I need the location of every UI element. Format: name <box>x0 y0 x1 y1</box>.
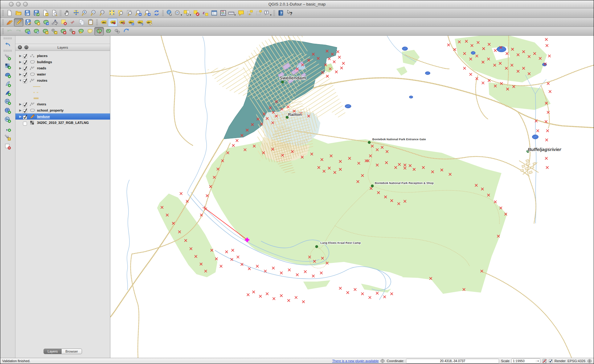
scale-combo[interactable]: 1:19950 ▼ <box>511 358 540 363</box>
pan-to-selection-button[interactable] <box>72 9 80 17</box>
layer-checkbox[interactable] <box>23 60 27 64</box>
pin-labels-button[interactable]: ab <box>108 18 117 27</box>
zoom-next-button[interactable] <box>143 9 152 17</box>
undo-button[interactable] <box>5 27 14 35</box>
dropdown-arrow-icon[interactable]: ▼ <box>189 14 191 16</box>
move-label-button[interactable]: abc <box>126 18 135 26</box>
toolbar-handle[interactable] <box>273 10 275 16</box>
current-edits-button[interactable] <box>5 18 14 26</box>
crs-globe-icon[interactable] <box>587 359 592 363</box>
panel-close-icon[interactable]: ✕ <box>18 45 22 49</box>
zoom-last-button[interactable] <box>134 9 143 17</box>
add-mssql-layer-button[interactable] <box>3 88 12 97</box>
zoom-out-button[interactable] <box>89 9 98 17</box>
expand-arrow-icon[interactable]: ▶ <box>18 73 22 76</box>
add-ring-button[interactable] <box>41 27 50 35</box>
layer-checkbox[interactable] <box>23 102 27 106</box>
add-raster-layer-button[interactable] <box>3 61 12 70</box>
panel-tab-browser[interactable]: Browser <box>62 349 82 354</box>
whats-this-button[interactable]: ? <box>285 9 294 17</box>
new-project-button[interactable] <box>5 9 14 17</box>
paste-features-button[interactable] <box>86 18 95 26</box>
show-bookmarks-button[interactable] <box>254 9 263 17</box>
run-feature-action-button[interactable]: ▼ <box>174 9 183 17</box>
add-wcs-layer-button[interactable] <box>3 106 12 115</box>
select-by-expression-button[interactable]: ε <box>201 9 210 17</box>
plugin-icon[interactable] <box>380 359 385 363</box>
toolbar-handle[interactable] <box>59 10 62 16</box>
composer-manager-button[interactable] <box>50 9 59 17</box>
stop-render-icon[interactable] <box>542 359 547 363</box>
dropdown-arrow-icon[interactable]: ▼ <box>180 14 182 16</box>
add-postgis-layer-button[interactable] <box>3 70 12 79</box>
redo-button[interactable] <box>14 27 23 35</box>
new-print-composer-button[interactable] <box>41 9 50 17</box>
toolbar-handle[interactable] <box>162 10 164 16</box>
offset-curve-button[interactable] <box>85 27 94 35</box>
delete-ring-button[interactable] <box>59 27 68 35</box>
copy-features-button[interactable] <box>77 18 86 26</box>
rotate-label-button[interactable]: abc <box>135 18 144 26</box>
coordinate-input[interactable] <box>406 359 499 363</box>
layer-checkbox[interactable] <box>23 121 27 125</box>
add-feature-button[interactable] <box>32 18 41 26</box>
deselect-all-button[interactable] <box>192 9 201 17</box>
layer-item-landuse[interactable]: ▶landuse <box>15 113 110 120</box>
new-bookmark-button[interactable] <box>245 9 254 17</box>
zoom-in-button[interactable] <box>80 9 89 17</box>
add-wms-layer-button[interactable]: abc <box>3 97 12 106</box>
add-spatialite-layer-button[interactable] <box>3 79 12 88</box>
change-label-button[interactable]: abc <box>144 18 153 26</box>
rotate-point-symbols-button[interactable] <box>122 27 131 35</box>
toolbar-handle[interactable] <box>96 19 98 25</box>
layer-item-3420C_2010_327_RGB_LATLNG[interactable]: 3420C_2010_327_RGB_LATLNG <box>15 120 110 126</box>
cut-features-button[interactable]: ✂ <box>68 18 77 26</box>
delete-selected-button[interactable] <box>59 18 68 26</box>
layer-item-water[interactable]: ▶water <box>15 71 110 77</box>
expand-arrow-icon[interactable]: ▶ <box>18 67 22 70</box>
help-contents-button[interactable]: ? <box>276 9 285 17</box>
reshape-features-button[interactable] <box>76 27 85 35</box>
layer-checkbox[interactable] <box>23 72 27 76</box>
add-delimited-text-layer-button[interactable]: , <box>3 124 12 133</box>
layer-item-roads[interactable]: ▶roads <box>15 65 110 71</box>
layer-item-rivers[interactable]: ▶rivers <box>15 101 110 107</box>
save-layer-edits-button[interactable] <box>23 18 32 26</box>
dropdown-arrow-icon[interactable]: ▼ <box>234 14 236 16</box>
layer-checkbox[interactable] <box>23 54 27 58</box>
field-calculator-button[interactable] <box>219 9 227 17</box>
add-vector-layer-button[interactable] <box>3 52 12 61</box>
highlight-pinned-labels-button[interactable]: ab <box>117 18 126 26</box>
new-plugin-link[interactable]: There is a new plugin available <box>332 359 379 363</box>
layer-item-buildings[interactable]: ▶buildings <box>15 59 110 65</box>
zoom-full-extent-button[interactable] <box>107 9 116 17</box>
zoom-to-layer-button[interactable] <box>125 9 134 17</box>
delete-part-button[interactable] <box>68 27 76 35</box>
toolbar-handle[interactable] <box>2 10 4 16</box>
new-shapefile-layer-button[interactable] <box>3 133 12 142</box>
layer-item-routes[interactable]: ▼routes <box>15 77 110 84</box>
save-project-button[interactable] <box>23 9 32 17</box>
dropdown-arrow-icon[interactable]: ▼ <box>270 14 272 16</box>
open-project-button[interactable] <box>14 9 23 17</box>
labeling-options-button[interactable]: abc <box>99 18 108 26</box>
save-project-as-button[interactable] <box>32 9 41 17</box>
expand-arrow-icon[interactable]: ▼ <box>18 79 22 82</box>
remove-layer-button[interactable] <box>3 142 12 151</box>
layer-checkbox[interactable] <box>23 114 27 119</box>
move-feature-button[interactable] <box>41 18 50 26</box>
layer-item-places[interactable]: ▶places <box>15 53 110 59</box>
split-features-button[interactable]: ✂ <box>94 27 104 35</box>
layer-checkbox[interactable] <box>23 78 27 83</box>
zoom-to-selection-button[interactable] <box>116 9 125 17</box>
simplify-feature-button[interactable] <box>32 27 41 35</box>
map-canvas[interactable]: SwellendamRailtonBontebok National Park … <box>110 36 594 358</box>
expand-arrow-icon[interactable]: ▶ <box>18 109 22 112</box>
toolbar-handle[interactable] <box>2 28 4 34</box>
pan-map-button[interactable] <box>63 9 72 17</box>
zoom-native-resolution-button[interactable]: 1:1 <box>98 9 107 17</box>
expand-arrow-icon[interactable]: ▶ <box>18 54 22 57</box>
text-annotation-button[interactable]: T▼ <box>263 9 272 17</box>
rotate-feature-button[interactable] <box>23 27 32 35</box>
merge-features-button[interactable] <box>113 27 122 35</box>
